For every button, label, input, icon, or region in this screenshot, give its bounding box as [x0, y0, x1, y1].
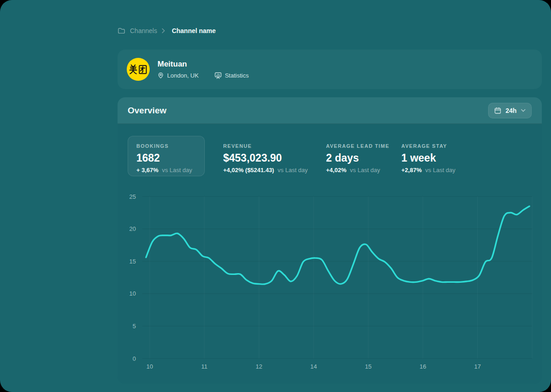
x-axis-tick-label: 12 — [256, 363, 262, 370]
stat-caption: vs Last day — [162, 167, 192, 174]
stat-card-bookings[interactable]: BOOKINGS 1682 + 3,67% vs Last day — [128, 136, 205, 176]
stat-value: 2 days — [326, 152, 389, 164]
stat-value: $453,023.90 — [223, 152, 308, 164]
chart-line — [146, 206, 529, 284]
stat-delta: +2,87% — [401, 167, 422, 174]
channel-info: Meituan London, UK — [157, 60, 249, 79]
channels-folder-icon — [118, 27, 125, 34]
bookings-line-chart: 051015202510111214151617 — [118, 189, 542, 377]
channel-name: Meituan — [157, 60, 249, 69]
breadcrumb: Channels Channel name — [118, 27, 216, 34]
calendar-icon — [494, 107, 501, 114]
overview-panel-header: Overview 24h — [118, 97, 542, 124]
stat-label: BOOKINGS — [136, 143, 196, 149]
y-axis-tick-label: 0 — [133, 355, 136, 362]
x-axis-tick-label: 14 — [310, 363, 317, 370]
breadcrumb-separator-icon — [162, 28, 165, 34]
meituan-logo — [127, 58, 150, 81]
x-axis-tick-label: 17 — [474, 363, 481, 370]
y-axis-tick-label: 20 — [129, 225, 136, 232]
stat-caption: vs Last day — [350, 167, 380, 174]
y-axis-tick-label: 5 — [133, 323, 136, 330]
stat-delta: + 3,67% — [136, 167, 158, 174]
stat-value: 1 week — [401, 152, 455, 164]
y-axis-tick-label: 15 — [129, 258, 136, 265]
time-range-value: 24h — [506, 107, 517, 114]
stat-card-average-stay[interactable]: AVERAGE STAY 1 week +2,87% vs Last day — [401, 136, 455, 181]
channel-header-card: Meituan London, UK — [118, 50, 542, 89]
stat-card-revenue[interactable]: REVENUE $453,023.90 +4,02% ($5241.43) vs… — [223, 136, 308, 181]
stat-label: AVERAGE STAY — [401, 143, 455, 149]
chevron-down-icon — [521, 109, 526, 112]
breadcrumb-current: Channel name — [172, 27, 216, 34]
overview-panel: Overview 24h BOOKINGS 1682 — [118, 97, 542, 384]
stat-delta: +4,02% — [326, 167, 346, 174]
x-axis-tick-label: 10 — [146, 363, 153, 370]
channel-location-label: London, UK — [167, 72, 199, 79]
channel-statistics-link[interactable]: Statistics — [214, 72, 249, 79]
stat-caption: vs Last day — [425, 167, 455, 174]
app-window: Channels Channel name Meituan — [0, 0, 551, 392]
stat-card-average-lead-time[interactable]: AVERAGE LEAD TIME 2 days +4,02% vs Last … — [326, 136, 389, 181]
overview-title: Overview — [128, 106, 167, 116]
stat-delta: +4,02% ($5241.43) — [223, 167, 274, 174]
y-axis-tick-label: 10 — [129, 290, 136, 297]
time-range-dropdown[interactable]: 24h — [488, 103, 532, 118]
location-pin-icon — [157, 72, 164, 79]
channel-statistics-label: Statistics — [225, 72, 249, 79]
x-axis-tick-label: 16 — [420, 363, 426, 370]
channel-location: London, UK — [157, 72, 199, 79]
x-axis-tick-label: 15 — [365, 363, 371, 370]
y-axis-tick-label: 25 — [129, 193, 136, 200]
stat-label: AVERAGE LEAD TIME — [326, 143, 389, 149]
statistics-board-icon — [214, 72, 222, 79]
breadcrumb-channels-link[interactable]: Channels — [130, 27, 157, 34]
stat-value: 1682 — [136, 152, 196, 164]
stat-label: REVENUE — [223, 143, 308, 149]
stat-caption: vs Last day — [278, 167, 308, 174]
x-axis-tick-label: 11 — [201, 363, 208, 370]
